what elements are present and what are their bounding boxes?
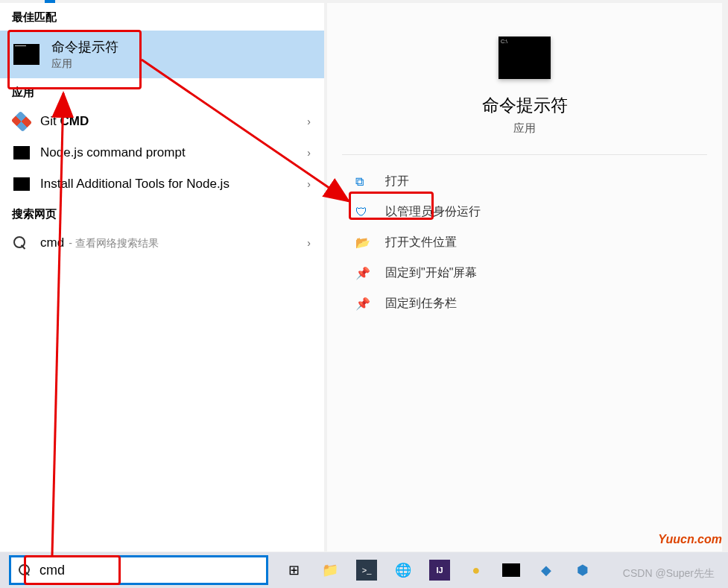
- action-open[interactable]: ⧉ 打开: [327, 166, 722, 197]
- intellij-icon[interactable]: IJ: [429, 560, 450, 581]
- app-result-node-prompt[interactable]: Node.js command prompt ›: [0, 137, 324, 168]
- terminal-app-icon[interactable]: >_: [356, 560, 377, 581]
- section-best-match-header: 最佳匹配: [0, 3, 324, 31]
- action-open-file-location[interactable]: 📂 打开文件位置: [327, 227, 722, 258]
- divider: [342, 154, 707, 155]
- web-hint: - 查看网络搜索结果: [69, 236, 159, 250]
- file-explorer-icon[interactable]: 📁: [320, 560, 341, 581]
- terminal-icon: [13, 177, 30, 191]
- app-icon[interactable]: ●: [466, 560, 487, 581]
- terminal-icon: [13, 146, 30, 159]
- cmd-taskbar-icon[interactable]: [502, 563, 520, 577]
- app-label: Git CMD: [40, 113, 307, 130]
- action-label: 打开: [385, 174, 409, 189]
- cmd-icon: [13, 44, 39, 65]
- action-pin-start[interactable]: 📌 固定到"开始"屏幕: [327, 258, 722, 288]
- taskbar: ⊞ 📁 >_ 🌐 IJ ● ◆ ⬢: [0, 552, 728, 588]
- best-match-result[interactable]: 命令提示符 应用: [0, 31, 324, 78]
- chevron-right-icon: ›: [307, 237, 311, 249]
- chevron-right-icon: ›: [307, 116, 311, 127]
- best-match-subtitle: 应用: [51, 57, 118, 71]
- open-icon: ⧉: [355, 175, 369, 189]
- app-label: Node.js command prompt: [40, 145, 307, 161]
- task-view-icon[interactable]: ⊞: [283, 560, 304, 581]
- app-label: Install Additional Tools for Node.js: [40, 176, 307, 192]
- best-match-title: 命令提示符: [51, 38, 118, 56]
- action-label: 打开文件位置: [385, 235, 457, 250]
- watermark-site: Yuucn.com: [658, 533, 722, 546]
- search-icon: [19, 564, 31, 576]
- chevron-right-icon: ›: [307, 147, 311, 159]
- app-icon-blue[interactable]: ◆: [536, 560, 557, 581]
- search-input[interactable]: [39, 563, 259, 578]
- action-label: 固定到"开始"屏幕: [385, 265, 477, 281]
- web-query: cmd: [40, 235, 64, 251]
- pin-icon: 📌: [355, 266, 369, 280]
- action-pin-taskbar[interactable]: 📌 固定到任务栏: [327, 288, 722, 319]
- web-search-result[interactable]: cmd - 查看网络搜索结果 ›: [0, 227, 324, 259]
- watermark-author: CSDN @Super先生: [623, 567, 715, 581]
- search-results-panel: 最佳匹配 命令提示符 应用 应用 Git CMD › Node.js comma…: [0, 3, 324, 551]
- git-icon: [11, 111, 32, 132]
- taskbar-search-box[interactable]: [9, 555, 268, 585]
- section-apps-header: 应用: [0, 78, 324, 106]
- action-label: 以管理员身份运行: [385, 204, 481, 220]
- edge-icon[interactable]: 🌐: [393, 560, 414, 581]
- chevron-right-icon: ›: [307, 178, 311, 190]
- pin-icon: 📌: [355, 297, 369, 311]
- app-result-node-tools[interactable]: Install Additional Tools for Node.js ›: [0, 168, 324, 200]
- search-icon: [13, 236, 30, 250]
- folder-icon: 📂: [355, 235, 369, 250]
- cmd-large-icon: [498, 37, 551, 79]
- app-result-git-cmd[interactable]: Git CMD ›: [0, 106, 324, 137]
- action-label: 固定到任务栏: [385, 296, 457, 312]
- app-icon-2[interactable]: ⬢: [572, 560, 593, 581]
- shield-icon: 🛡: [355, 206, 369, 219]
- detail-title: 命令提示符: [327, 94, 722, 117]
- detail-panel: 命令提示符 应用 ⧉ 打开 🛡 以管理员身份运行 📂 打开文件位置 📌 固定到"…: [327, 3, 722, 551]
- section-web-header: 搜索网页: [0, 200, 324, 227]
- detail-subtitle: 应用: [327, 121, 722, 136]
- action-run-as-admin[interactable]: 🛡 以管理员身份运行: [327, 197, 722, 227]
